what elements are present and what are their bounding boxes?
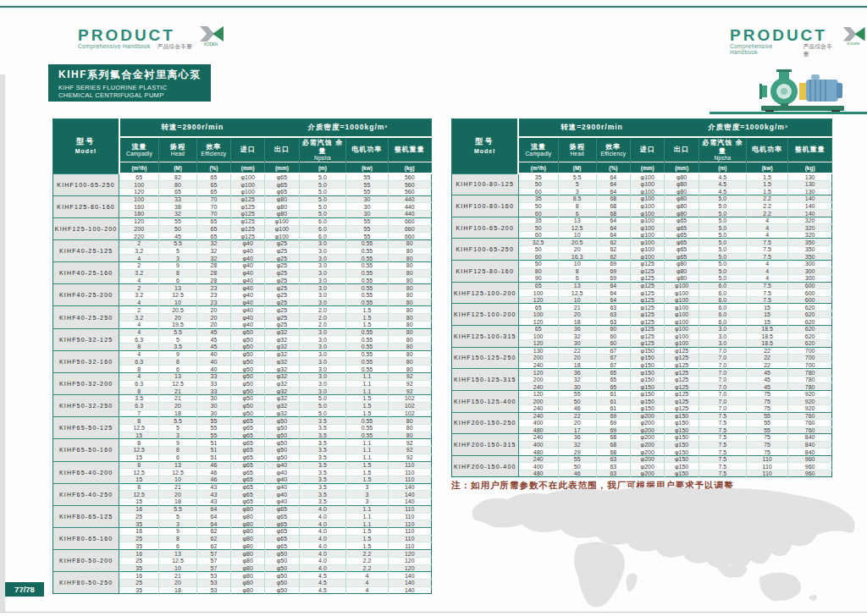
spec-cell: 3.5 — [299, 483, 346, 491]
spec-cell: 5 — [159, 247, 197, 255]
spec-cell: 600 — [788, 282, 832, 289]
spec-cell: 3.0 — [299, 388, 346, 395]
spec-cell: 75 — [746, 398, 787, 405]
spec-cell: 0.55 — [346, 417, 388, 425]
spec-cell: 68 — [596, 195, 630, 203]
spec-cell: 65 — [596, 383, 630, 391]
spec-cell: φ50 — [231, 336, 265, 344]
spec-cell: 21 — [159, 572, 197, 580]
spec-cell: 36 — [558, 434, 596, 442]
spec-cell: 5.0 — [299, 395, 346, 403]
spec-cell: φ100 — [265, 233, 299, 240]
spec-cell: 12.5 — [159, 557, 197, 564]
spec-cell: 840 — [788, 434, 832, 442]
spec-cell: 3.5 — [299, 491, 346, 498]
spec-cell: φ80 — [665, 181, 699, 189]
spec-cell: 51 — [196, 447, 230, 454]
spec-cell: 3 — [346, 483, 388, 491]
spec-cell: 17 — [558, 426, 596, 434]
spec-cell: 9 — [159, 439, 197, 447]
spec-cell: φ65 — [265, 181, 299, 189]
spec-cell: 8 — [119, 483, 159, 491]
spec-cell: φ40 — [265, 491, 299, 498]
spec-cell: 0.55 — [346, 432, 388, 439]
spec-cell: 4.5 — [299, 586, 346, 594]
spec-cell: 240 — [518, 383, 558, 391]
spec-cell: 5.0 — [699, 261, 746, 268]
spec-cell: 6.0 — [299, 225, 346, 233]
table-row: KIHF200-150-3152403668φ200φ1507.575840 — [452, 434, 832, 442]
spec-cell: 7.5 — [746, 245, 787, 253]
spec-cell: φ32 — [265, 388, 299, 395]
spec-cell: 6 — [159, 454, 197, 461]
spec-cell: 3.0 — [299, 350, 346, 358]
spec-cell: 3 — [159, 255, 197, 262]
spec-cell: 0.55 — [346, 269, 388, 277]
spec-cell: φ40 — [231, 321, 265, 328]
spec-cell: 8 — [159, 535, 197, 542]
spec-cell: φ80 — [665, 202, 699, 210]
spec-cell: 19.5 — [159, 321, 197, 328]
table-row: KIHF65-50-12585.555φ65φ503.50.5580 — [53, 417, 432, 425]
spec-cell: φ200 — [631, 420, 665, 427]
spec-cell: 1.1 — [346, 454, 388, 461]
spec-cell: 5.0 — [299, 410, 346, 417]
spec-cell: φ80 — [265, 203, 299, 211]
spec-cell: 200 — [518, 355, 558, 362]
model-cell: KIHF100-65-250 — [452, 239, 519, 261]
spec-cell: 62 — [596, 239, 630, 246]
spec-cell: 110 — [746, 455, 787, 463]
spec-cell: 440 — [388, 211, 431, 218]
table-row: KIHF65-40-25082143φ65φ403.53140 — [53, 483, 432, 491]
spec-cell: 220 — [119, 233, 159, 240]
spec-cell: 20 — [196, 321, 230, 328]
spec-cell: 920 — [788, 390, 832, 398]
spec-cell: φ200 — [631, 441, 665, 448]
spec-cell: 10 — [558, 296, 596, 304]
spec-cell: 0.55 — [346, 262, 388, 270]
spec-cell: φ32 — [265, 380, 299, 388]
spec-cell: φ65 — [231, 498, 265, 506]
spec-cell: 50 — [159, 225, 197, 233]
table-row: KIHF100-80-125355.564φ100φ804.51.5130 — [452, 173, 832, 181]
model-cell: KIHF50-32-200 — [53, 372, 119, 394]
spec-cell: φ25 — [265, 277, 299, 284]
table-row: KIHF125-80-160501069φ125φ805.04300 — [452, 261, 832, 268]
spec-cell: 50 — [558, 463, 596, 470]
handbook-subtitle-cn: 产品综合手册 — [157, 43, 192, 51]
spec-cell: 4.0 — [299, 550, 346, 558]
spec-cell: 1.1 — [346, 513, 388, 520]
spec-cell: 4 — [119, 350, 159, 358]
spec-cell: 7.5 — [699, 463, 746, 470]
spec-cell: 5.0 — [699, 210, 746, 217]
spec-cell: 5.0 — [299, 181, 346, 189]
table-row: KIHF50-32-2503.52130φ50φ325.01.5102 — [53, 395, 432, 403]
spec-cell: 33 — [196, 372, 230, 380]
spec-cell: 68 — [596, 202, 630, 210]
spec-cell: 5.5 — [558, 173, 596, 181]
column-header: 出口 — [665, 137, 699, 162]
spec-cell: 92 — [388, 447, 431, 454]
spec-cell: 6 — [159, 277, 197, 284]
table-row: KIHF100-65-250658265φ100φ655.055560 — [53, 173, 432, 181]
spec-cell: φ50 — [265, 557, 299, 564]
table-row: KIHF40-25-250220.520φ40φ252.01.580 — [53, 306, 432, 314]
column-header: 整机重量 — [388, 137, 431, 162]
spec-cell: 840 — [788, 441, 832, 448]
spec-cell: φ65 — [265, 505, 299, 513]
spec-cell: 760 — [788, 426, 832, 434]
spec-cell: 140 — [388, 586, 431, 594]
spec-cell: 0.55 — [346, 247, 388, 255]
spec-cell: φ40 — [265, 476, 299, 483]
spec-cell: 25 — [119, 513, 159, 520]
spec-cell: φ80 — [231, 580, 265, 587]
spec-cell: φ40 — [265, 483, 299, 491]
spec-cell: 3.5 — [159, 344, 197, 351]
spec-cell: 1.5 — [346, 410, 388, 417]
spec-cell: 3.0 — [299, 366, 346, 373]
spec-cell: 5.5 — [159, 328, 197, 336]
spec-cell: 60 — [518, 231, 558, 239]
spec-cell: φ80 — [231, 528, 265, 536]
spec-cell: φ125 — [631, 289, 665, 297]
spec-cell: 13 — [159, 372, 197, 380]
